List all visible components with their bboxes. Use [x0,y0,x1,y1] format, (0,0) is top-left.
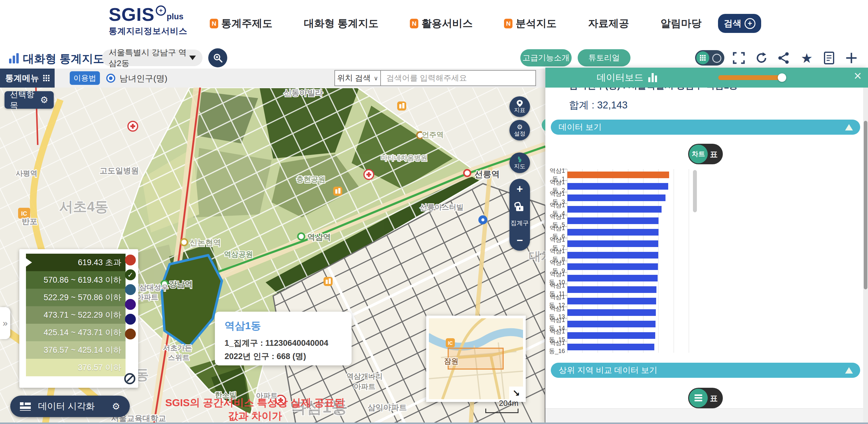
tooltip-line: 1_집계구 : 11230640040004 [224,338,342,349]
nav-item[interactable]: N통계주제도 [210,17,273,30]
palette-dot[interactable] [125,254,136,266]
section-label: 데이터 보기 [559,122,602,132]
sgis-logo[interactable]: SGIS + plus 통계지리정보서비스 [108,5,187,37]
map-label: 스위트 [168,353,189,362]
chart-bar[interactable] [567,252,658,259]
chart-bar[interactable] [567,206,661,213]
databoard-footer [546,408,863,424]
legend-class-row[interactable]: 376.57 ~ 425.14 이하 [26,341,126,359]
map-style-toggle[interactable] [695,50,724,65]
nav-item[interactable]: N활용서비스 [410,17,473,30]
howto-button[interactable]: 이용법 [70,71,100,85]
databoard-scrollbar-track[interactable] [863,88,868,424]
chart-row: 역삼1동_4 [546,204,702,215]
chart-toggle-active[interactable]: 차트 [689,145,708,163]
chart-table-toggle[interactable]: 차트 표 [688,144,723,164]
palette-dot[interactable] [125,314,136,325]
chart-bar[interactable] [567,217,658,224]
list-toggle-active[interactable] [689,389,708,407]
compare-table-toggle[interactable]: 표 [688,388,723,408]
tutorial-button[interactable]: 튜토리얼 [578,49,630,66]
plus-icon [845,52,858,64]
lock-icon[interactable] [516,206,523,211]
chart-bar[interactable] [567,229,658,236]
chart-bar[interactable] [567,332,655,339]
zoom-out-button[interactable]: − [517,235,523,246]
legend-flyout-handle[interactable]: » [0,307,10,339]
bar-chart-icon [648,73,657,82]
chart-bar[interactable] [567,194,665,201]
chart-scrollbar[interactable] [693,170,697,212]
legend-class-row[interactable]: 522.29 ~ 570.86 이하 [26,289,126,306]
map-disclaimer[interactable]: SGIS의 공간서비스 특성상 실제 공표된 값과 차이가 있을 수 있으므로 … [164,396,346,424]
legend-class-row[interactable]: 376.57 이하 [26,359,126,376]
chart-plot [567,341,689,353]
map-label: 서초가든 [163,344,192,352]
palette-dot[interactable] [125,284,136,295]
chart-bar[interactable] [567,183,668,190]
favorite-button[interactable]: ★ [800,51,814,65]
minimap-collapse-button[interactable]: ↘ [509,387,523,399]
search-button[interactable]: 검색 + [718,14,761,33]
chart-bar[interactable] [567,240,658,247]
minimap[interactable]: IC 잠원 ↘ [426,315,526,402]
chart-bar[interactable] [567,275,658,281]
palette-dot[interactable] [125,329,136,339]
triangle-up-icon [845,124,853,130]
gear-icon: ⚙ [517,123,523,130]
chart-bar[interactable] [567,172,669,178]
nav-item[interactable]: 자료제공 [588,17,629,30]
chart-bar[interactable] [567,321,655,327]
fullscreen-button[interactable] [732,51,746,65]
compass-reset-icon[interactable] [124,373,136,385]
zoom-search-button[interactable] [208,48,227,67]
legend-classes: 619.43 초과570.86 ~ 619.43 이하522.29 ~ 570.… [26,254,126,376]
nav-item-label: 알림마당 [660,17,702,30]
search-type-select[interactable]: 위치 검색 ∨ [335,71,381,86]
legend-class-row[interactable]: 619.43 초과 [26,254,126,271]
palette-dot[interactable] [125,299,136,310]
palette-dot[interactable]: ✓ [125,269,136,280]
zoom-in-button[interactable]: + [517,184,523,194]
report-button[interactable] [822,51,836,65]
map-label: 신논현역 [189,238,221,247]
stats-menu-button[interactable]: 통계메뉴 [0,68,55,88]
chart-bar[interactable] [567,263,658,270]
close-icon[interactable]: × [854,68,862,83]
logo-brand: SGIS [108,5,155,24]
nav-item[interactable]: 알림마당 [660,17,702,30]
databoard-scrollbar-thumb[interactable] [864,121,867,289]
table-toggle-label[interactable]: 표 [710,393,718,404]
list-icon [20,402,31,411]
databoard-opacity-slider[interactable] [718,75,785,80]
stat-radio[interactable] [106,74,115,83]
search-input[interactable] [381,71,535,86]
map-control-settings[interactable]: ⚙ 설정 [509,120,530,141]
data-visualize-button[interactable]: 데이터 시각화 ⚙ [10,396,130,417]
section-compare-view[interactable]: 상위 지역 비교 데이터 보기 [551,363,860,378]
legend-class-row[interactable]: 473.71 ~ 522.29 이하 [26,306,126,324]
tooltip-line: 2022년 인구 : 668 (명) [224,351,342,362]
slider-knob[interactable] [778,73,786,82]
chart-bar[interactable] [567,298,656,304]
chart-bar[interactable] [567,309,656,316]
select-items-button[interactable]: 선택항목 ⚙ [4,91,54,109]
share-button[interactable] [777,51,791,65]
advanced-features-button[interactable]: 고급기능소개 [520,49,571,66]
chart-bar[interactable] [567,344,654,350]
nav-item[interactable]: N분석지도 [504,17,557,30]
map-control-indicator[interactable]: 지표 [509,96,530,117]
nav-item[interactable]: 대화형 통계지도 [304,17,378,30]
table-toggle-label[interactable]: 표 [710,149,718,160]
refresh-button[interactable] [754,51,768,65]
map-control-basemap[interactable]: 지도 [509,152,530,173]
map-canvas[interactable]: IC 서초4동서초2동역삼1동대치동 신동아빌라사평역고도일병원신논현역언주역마… [0,88,546,424]
legend-class-row[interactable]: 570.86 ~ 619.43 이하 [26,271,126,289]
add-button[interactable] [844,51,858,65]
gear-icon: ⚙ [112,402,120,411]
chart-bar[interactable] [567,286,656,293]
tooltip-title[interactable]: 역삼1동 [224,319,342,333]
region-selector[interactable]: 서울특별시 강남구 역삼2동 [102,50,203,66]
section-data-view[interactable]: 데이터 보기 [551,120,860,135]
legend-class-row[interactable]: 425.14 ~ 473.71 이하 [26,324,126,341]
